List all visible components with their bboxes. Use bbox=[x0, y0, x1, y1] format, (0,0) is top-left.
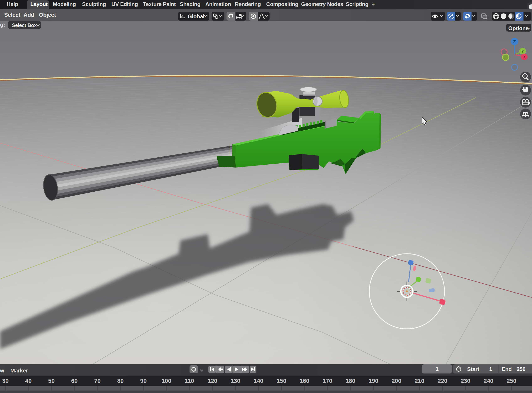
svg-text:Y: Y bbox=[521, 49, 524, 53]
svg-text:X: X bbox=[523, 55, 526, 59]
svg-text:Z: Z bbox=[513, 39, 516, 44]
